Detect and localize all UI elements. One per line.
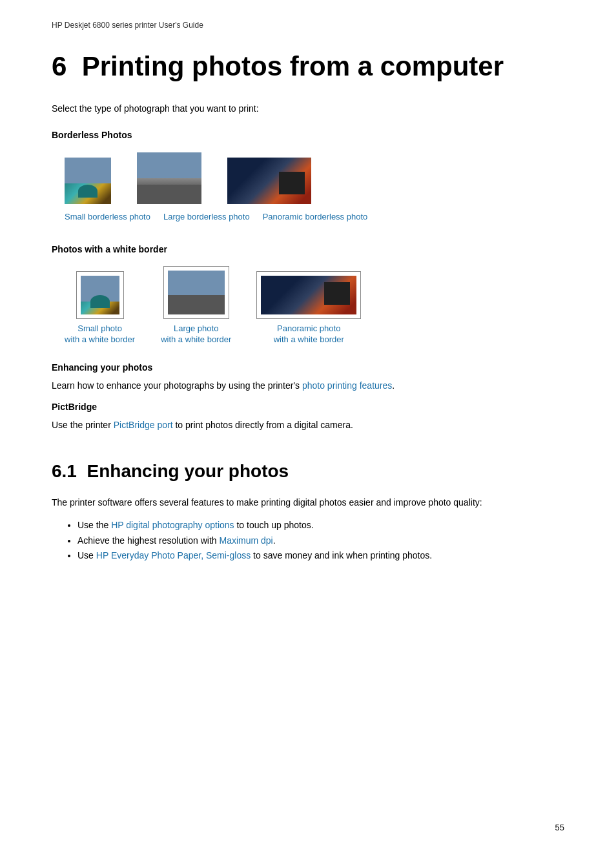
building-decoration xyxy=(324,282,350,305)
maximum-dpi-link[interactable]: Maximum dpi xyxy=(219,535,272,546)
section-61-bullets: Use the HP digital photography options t… xyxy=(52,518,564,564)
large-white-thumb xyxy=(164,267,229,318)
bullet-3: Use HP Everyday Photo Paper, Semi-gloss … xyxy=(77,548,564,564)
large-borderless-link[interactable]: Large borderless photo xyxy=(163,211,250,223)
street-decoration xyxy=(168,295,225,314)
pictbridge-header: PictBridge xyxy=(52,400,564,414)
sky-decoration xyxy=(137,152,201,178)
small-white-label[interactable]: Small photowith a white border xyxy=(65,324,135,345)
page-number: 55 xyxy=(555,821,564,834)
bullet-1: Use the HP digital photography options t… xyxy=(77,518,564,533)
pictbridge-body: Use the printer PictBridge port to print… xyxy=(52,418,564,432)
whiteborder-header: Photos with a white border xyxy=(52,243,564,256)
hp-everyday-photo-paper-link[interactable]: HP Everyday Photo Paper, Semi-gloss xyxy=(96,550,251,560)
chapter-number: 6 xyxy=(52,51,67,81)
hp-digital-photography-link[interactable]: HP digital photography options xyxy=(111,520,234,530)
small-white-item: Small photowith a white border xyxy=(65,272,135,345)
panoramic-white-thumb xyxy=(257,272,360,318)
chapter-title: 6 Printing photos from a computer xyxy=(52,50,564,83)
sky-decoration xyxy=(65,158,111,183)
large-borderless-thumb xyxy=(137,152,201,204)
chapter-title-text: Printing photos from a computer xyxy=(82,51,504,81)
small-borderless-link[interactable]: Small borderless photo xyxy=(65,211,150,223)
section-61: 6.1 Enhancing your photos The printer so… xyxy=(52,458,564,564)
whiteborder-section: Photos with a white border Small photowi… xyxy=(52,243,564,345)
borderless-header: Borderless Photos xyxy=(52,128,564,142)
panoramic-white-label[interactable]: Panoramic photowith a white border xyxy=(274,324,344,345)
top-bar: HP Deskjet 6800 series printer User's Gu… xyxy=(52,19,564,31)
large-borderless-item xyxy=(137,152,201,204)
photo-printing-features-link[interactable]: photo printing features xyxy=(302,380,392,391)
section-61-title: 6.1 Enhancing your photos xyxy=(52,458,564,485)
page: HP Deskjet 6800 series printer User's Gu… xyxy=(0,0,616,853)
borderless-photo-grid xyxy=(65,152,564,204)
large-white-label[interactable]: Large photowith a white border xyxy=(161,324,231,345)
section-61-intro: The printer software offers several feat… xyxy=(52,495,564,509)
intro-paragraph: Select the type of photograph that you w… xyxy=(52,102,564,116)
panoramic-white-item: Panoramic photowith a white border xyxy=(257,272,360,345)
top-bar-text: HP Deskjet 6800 series printer User's Gu… xyxy=(52,21,203,30)
panoramic-borderless-link[interactable]: Panoramic borderless photo xyxy=(263,211,368,223)
large-white-item: Large photowith a white border xyxy=(161,267,231,345)
pictbridge-subsection: PictBridge Use the printer PictBridge po… xyxy=(52,400,564,432)
enhancing-body: Learn how to enhance your photographs by… xyxy=(52,378,564,393)
sky-decoration xyxy=(168,271,225,296)
enhancing-subsection: Enhancing your photos Learn how to enhan… xyxy=(52,361,564,393)
enhancing-header: Enhancing your photos xyxy=(52,361,564,375)
whiteborder-photo-grid: Small photowith a white border Large pho… xyxy=(65,267,564,345)
pictbridge-port-link[interactable]: PictBridge port xyxy=(114,420,173,430)
borderless-section: Borderless Photos xyxy=(52,128,564,223)
bullet-2: Achieve the highest resolution with Maxi… xyxy=(77,533,564,549)
small-borderless-item xyxy=(65,158,111,204)
panoramic-borderless-thumb xyxy=(227,158,311,204)
small-white-thumb xyxy=(77,272,123,318)
building-decoration xyxy=(279,172,305,194)
small-borderless-thumb xyxy=(65,158,111,204)
dome-decoration xyxy=(78,185,98,198)
dome-decoration xyxy=(90,295,110,308)
borderless-links-row: Small borderless photo Large borderless … xyxy=(65,211,564,223)
street-decoration xyxy=(137,185,201,204)
panoramic-borderless-item xyxy=(227,158,311,204)
